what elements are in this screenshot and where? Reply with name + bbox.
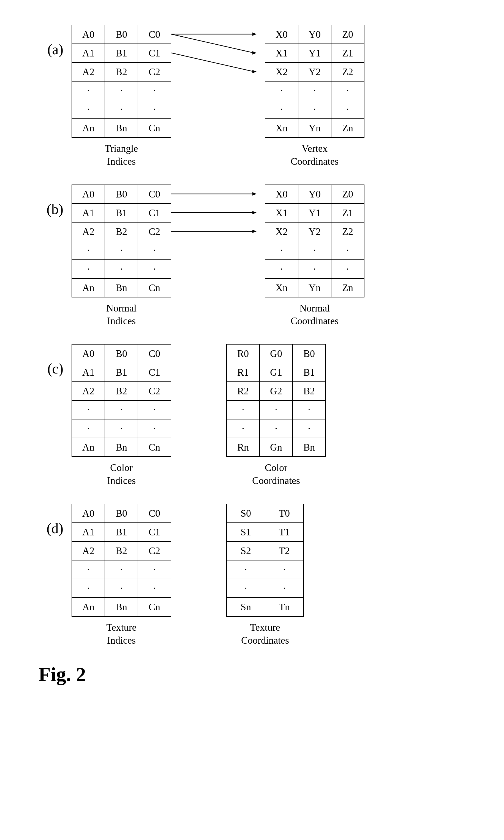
table-row: ··· <box>265 260 364 278</box>
table-row: ··· <box>72 260 171 278</box>
color-coords-label: ColorCoordinates <box>252 461 300 487</box>
table-row: R1G1B1 <box>227 363 326 382</box>
texture-indices-label: TextureIndices <box>106 621 136 647</box>
table-row: X1Y1Z1 <box>265 204 364 222</box>
table-row: A0B0C0 <box>72 185 171 204</box>
svg-marker-1 <box>252 33 256 36</box>
section-a-arrows <box>171 25 265 143</box>
triangle-indices-table: A0B0C0 A1B1C1 A2B2C2 ··· ··· AnBnCn <box>72 25 171 138</box>
svg-line-4 <box>171 53 254 72</box>
normal-indices-label: NormalIndices <box>106 302 137 328</box>
vertex-coords-table: X0Y0Z0 X1Y1Z1 X2Y2Z2 ··· ··· XnYnZn <box>265 25 364 138</box>
color-indices-block: A0B0C0 A1B1C1 A2B2C2 ··· ··· AnBnCn Colo… <box>72 344 171 487</box>
table-row: AnBnCn <box>72 598 171 616</box>
texture-coords-label: TextureCoordinates <box>241 621 289 647</box>
table-row: ··· <box>72 419 171 438</box>
color-coords-table: R0G0B0 R1G1B1 R2G2B2 ··· ··· RnGnBn <box>226 344 326 457</box>
section-c-label: (c) <box>38 361 63 377</box>
table-row: ··· <box>72 400 171 419</box>
table-row: ··· <box>72 81 171 100</box>
table-row: ··· <box>265 100 364 119</box>
normal-coords-label: NormalCoordinates <box>291 302 339 328</box>
table-row: ··· <box>72 241 171 260</box>
table-row: XnYnZn <box>265 278 364 297</box>
table-row: ··· <box>72 579 171 598</box>
svg-marker-3 <box>252 51 256 54</box>
table-row: X1Y1Z1 <box>265 44 364 63</box>
table-row: S1T1 <box>227 523 304 541</box>
table-row: X2Y2Z2 <box>265 222 364 241</box>
table-row: ··· <box>72 560 171 579</box>
table-row: R0G0B0 <box>227 344 326 363</box>
texture-indices-table: A0B0C0 A1B1C1 A2B2C2 ··· ··· AnBnCn <box>72 504 171 617</box>
table-row: A0B0C0 <box>72 504 171 523</box>
svg-marker-5 <box>252 70 256 73</box>
table-row: A0B0C0 <box>72 344 171 363</box>
svg-marker-7 <box>252 192 256 195</box>
section-a-label: (a) <box>38 41 63 57</box>
table-row: RnGnBn <box>227 438 326 457</box>
table-row: A2B2C2 <box>72 63 171 81</box>
triangle-indices-block: A0B0C0 A1B1C1 A2B2C2 ··· ··· AnBnCn Tria… <box>72 25 171 168</box>
table-row: A2B2C2 <box>72 541 171 560</box>
table-row: ·· <box>227 579 304 598</box>
table-row: ··· <box>227 400 326 419</box>
table-row: R2G2B2 <box>227 382 326 400</box>
table-row: AnBnCn <box>72 278 171 297</box>
section-b-arrows <box>171 185 265 303</box>
table-row: S0T0 <box>227 504 304 523</box>
table-row: XnYnZn <box>265 119 364 137</box>
table-row: A1B1C1 <box>72 523 171 541</box>
section-d: (d) A0B0C0 A1B1C1 A2B2C2 ··· ··· AnBnCn … <box>38 504 466 647</box>
normal-coords-block: X0Y0Z0 X1Y1Z1 X2Y2Z2 ··· ··· XnYnZn Norm… <box>265 185 364 328</box>
table-row: A1B1C1 <box>72 204 171 222</box>
triangle-indices-label: TriangleIndices <box>105 142 138 168</box>
color-indices-label: ColorIndices <box>107 461 136 487</box>
table-row: A2B2C2 <box>72 382 171 400</box>
table-row: AnBnCn <box>72 119 171 137</box>
table-row: A1B1C1 <box>72 363 171 382</box>
figure-label: Fig. 2 <box>38 663 466 686</box>
svg-marker-9 <box>252 211 256 214</box>
section-b-label: (b) <box>38 201 63 217</box>
table-row: SnTn <box>227 598 304 616</box>
table-row: ··· <box>265 81 364 100</box>
table-row: X2Y2Z2 <box>265 63 364 81</box>
section-d-label: (d) <box>38 520 63 537</box>
table-row: ··· <box>72 100 171 119</box>
texture-coords-block: S0T0 S1T1 S2T2 ·· ·· SnTn TextureCoordin… <box>226 504 304 647</box>
texture-indices-block: A0B0C0 A1B1C1 A2B2C2 ··· ··· AnBnCn Text… <box>72 504 171 647</box>
table-row: AnBnCn <box>72 438 171 457</box>
svg-line-2 <box>171 34 254 53</box>
section-c: (c) A0B0C0 A1B1C1 A2B2C2 ··· ··· AnBnCn … <box>38 344 466 487</box>
section-b: (b) A0B0C0 A1B1C1 A2B2C2 ··· ··· AnBnCn … <box>38 185 466 328</box>
normal-coords-table: X0Y0Z0 X1Y1Z1 X2Y2Z2 ··· ··· XnYnZn <box>265 185 364 297</box>
vertex-coords-label: VertexCoordinates <box>291 142 339 168</box>
section-a: (a) A0B0C0 A1B1C1 A2B2C2 ··· ··· AnBnCn … <box>38 25 466 168</box>
color-coords-block: R0G0B0 R1G1B1 R2G2B2 ··· ··· RnGnBn Colo… <box>226 344 326 487</box>
texture-coords-table: S0T0 S1T1 S2T2 ·· ·· SnTn <box>226 504 304 617</box>
normal-indices-block: A0B0C0 A1B1C1 A2B2C2 ··· ··· AnBnCn Norm… <box>72 185 171 328</box>
table-row: ·· <box>227 560 304 579</box>
svg-marker-11 <box>252 230 256 233</box>
color-indices-table: A0B0C0 A1B1C1 A2B2C2 ··· ··· AnBnCn <box>72 344 171 457</box>
vertex-coords-block: X0Y0Z0 X1Y1Z1 X2Y2Z2 ··· ··· XnYnZn Vert… <box>265 25 364 168</box>
table-row: A1B1C1 <box>72 44 171 63</box>
table-row: A2B2C2 <box>72 222 171 241</box>
table-row: S2T2 <box>227 541 304 560</box>
table-row: A0B0C0 <box>72 25 171 44</box>
table-row: ··· <box>227 419 326 438</box>
normal-indices-table: A0B0C0 A1B1C1 A2B2C2 ··· ··· AnBnCn <box>72 185 171 297</box>
table-row: ··· <box>265 241 364 260</box>
table-row: X0Y0Z0 <box>265 185 364 204</box>
table-row: X0Y0Z0 <box>265 25 364 44</box>
